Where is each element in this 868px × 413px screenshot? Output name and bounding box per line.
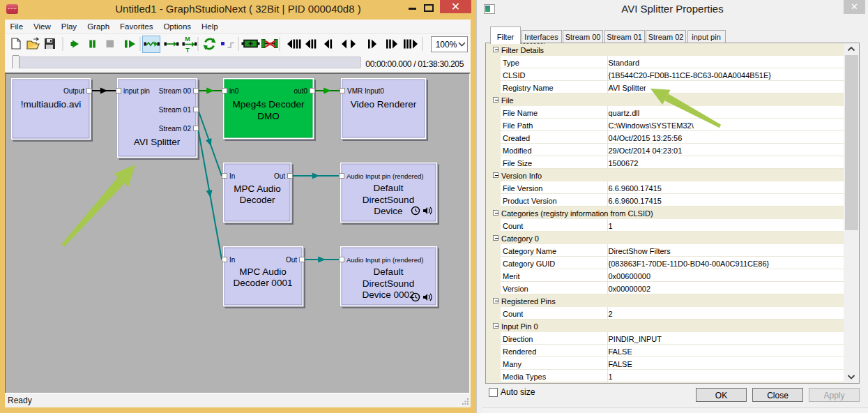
svg-text:Output: Output	[63, 87, 84, 95]
svg-text:Out: Out	[286, 256, 297, 264]
svg-text:in0: in0	[229, 87, 239, 95]
svg-text:input pin: input pin	[123, 87, 150, 95]
svg-text:Video Renderer: Video Renderer	[351, 99, 417, 110]
svg-text:In: In	[229, 256, 235, 264]
svg-text:Out: Out	[274, 172, 285, 180]
svg-text:Device: Device	[374, 206, 402, 216]
svg-text:In: In	[229, 172, 235, 180]
svg-text:DirectSound: DirectSound	[363, 278, 414, 289]
svg-text:Audio Input pin (rendered): Audio Input pin (rendered)	[347, 256, 423, 264]
svg-text:Mpeg4s Decoder: Mpeg4s Decoder	[233, 99, 305, 110]
svg-text:Decoder: Decoder	[239, 195, 275, 205]
svg-text:!multiaudio.avi: !multiaudio.avi	[21, 99, 81, 110]
svg-text:Decoder 0001: Decoder 0001	[234, 278, 293, 288]
svg-text:MPC Audio: MPC Audio	[239, 266, 287, 277]
svg-text:DMO: DMO	[257, 111, 280, 121]
svg-text:AVI Splitter: AVI Splitter	[134, 137, 181, 147]
svg-text:M: M	[185, 36, 190, 43]
svg-text:100%: 100%	[436, 40, 457, 50]
svg-text:VMR Input0: VMR Input0	[347, 87, 384, 95]
svg-text:out0: out0	[294, 87, 308, 95]
svg-text:Default: Default	[374, 266, 404, 277]
svg-text:T: T	[185, 47, 190, 54]
svg-text:Stream 00: Stream 00	[159, 87, 192, 95]
svg-text:MPC Audio: MPC Audio	[234, 183, 281, 194]
svg-text:Default: Default	[374, 183, 404, 193]
svg-text:Stream 02: Stream 02	[159, 125, 192, 133]
svg-text:Stream 01: Stream 01	[159, 106, 192, 114]
svg-text:Device 0002: Device 0002	[362, 290, 414, 300]
svg-text:Audio Input pin (rendered): Audio Input pin (rendered)	[347, 172, 423, 180]
svg-text:DirectSound: DirectSound	[363, 195, 414, 205]
